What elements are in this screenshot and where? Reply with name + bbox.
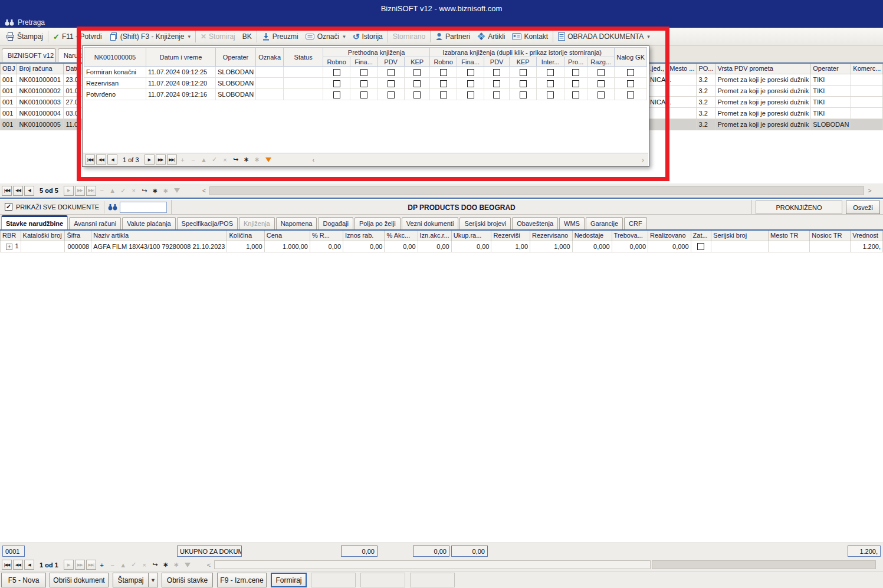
table-row[interactable]: Formiran konačni 11.07.2024 09:12:25 SLO…	[84, 67, 647, 78]
table-row[interactable]: Rezervisan 11.07.2024 09:12:20 SLOBODAN	[84, 78, 647, 89]
hscroll-left-icon[interactable]: <	[205, 561, 213, 569]
checkbox[interactable]	[413, 80, 421, 87]
nav-delete-icon[interactable]: −	[97, 187, 107, 194]
column-header[interactable]: Komerc...	[851, 63, 883, 74]
column-header[interactable]: Šifra	[65, 230, 91, 241]
checkbox[interactable]	[440, 69, 447, 76]
delete-items-button[interactable]: Obriši stavke	[162, 573, 213, 587]
checkbox[interactable]	[627, 69, 634, 76]
nav-edit-icon[interactable]: ▲	[199, 156, 209, 163]
horizontal-scrollbar-thumb[interactable]	[214, 560, 651, 569]
checkbox[interactable]	[333, 80, 340, 87]
tab-avansni-racuni[interactable]: Avansni računi	[69, 217, 121, 229]
horizontal-scrollbar[interactable]	[209, 186, 864, 195]
checkbox[interactable]	[572, 80, 579, 87]
articles-button[interactable]: Artikli	[474, 29, 508, 44]
checkbox[interactable]	[572, 69, 579, 76]
change-prices-button[interactable]: F9 - Izm.cene	[217, 573, 267, 587]
tab-obavestenja[interactable]: Obaveštenja	[512, 217, 558, 229]
column-header[interactable]: Vrednost	[851, 230, 883, 241]
col-operator[interactable]: Operater	[216, 48, 256, 67]
hscroll-right-icon[interactable]: ›	[639, 156, 646, 163]
column-header[interactable]: Mesto ...	[668, 63, 697, 74]
nav-next-page-button[interactable]: ▶▶	[75, 186, 85, 196]
nav-delete-icon[interactable]: −	[189, 156, 198, 163]
hscroll-left-icon[interactable]: <	[200, 187, 208, 194]
col-kep[interactable]: KEP	[510, 57, 537, 67]
checkbox[interactable]	[627, 80, 634, 87]
menu-pretraga[interactable]: Pretraga	[18, 18, 45, 27]
nav-prev-page-button[interactable]: ◀◀	[13, 560, 23, 570]
refresh-button[interactable]: Osveži	[846, 201, 880, 214]
reversed-button[interactable]: Stornirano	[389, 29, 429, 44]
checkbox[interactable]	[360, 80, 367, 87]
nav-post-icon[interactable]: ✓	[129, 561, 139, 569]
col-inter[interactable]: Inter...	[537, 57, 564, 67]
nav-next-page-button[interactable]: ▶▶	[75, 560, 85, 570]
table-row[interactable]: 001NK00100000403.0	[1, 107, 90, 119]
hscroll-right-icon[interactable]: >	[865, 187, 874, 194]
col-nalog-gk[interactable]: Nalog GK	[615, 48, 647, 67]
checkbox[interactable]	[467, 91, 474, 98]
col-pro[interactable]: Pro...	[564, 57, 587, 67]
col-fina[interactable]: Fina...	[350, 57, 378, 67]
checkbox[interactable]	[493, 69, 500, 76]
contact-button[interactable]: Kontakt	[508, 29, 552, 44]
checkbox[interactable]	[493, 91, 500, 98]
confirm-button[interactable]: ✓ F11 - Potvrdi	[50, 29, 106, 44]
column-header[interactable]: Naziv artikla	[91, 230, 227, 241]
item-row[interactable]: +1 000008 AGFA FILM 18X43/100 79280008 2…	[1, 241, 883, 252]
posting-button[interactable]: (Shift) F3 - Knjiženje ▾	[106, 29, 194, 44]
nav-refresh-icon[interactable]: ↪	[150, 561, 160, 569]
col-datetime[interactable]: Datum i vreme	[146, 48, 216, 67]
print-dropdown-button[interactable]: ▼	[149, 573, 158, 587]
filter-icon[interactable]	[174, 188, 180, 193]
expand-row-icon[interactable]: +	[6, 244, 12, 250]
nav-refresh-icon[interactable]: ↪	[140, 187, 149, 195]
checkbox[interactable]	[547, 80, 554, 87]
bk-button[interactable]: BK	[239, 29, 255, 44]
partners-button[interactable]: Partneri	[432, 29, 474, 44]
nav-next-page-button[interactable]: ▶▶	[156, 155, 166, 165]
tab-garancije[interactable]: Garancije	[586, 217, 623, 229]
search-input[interactable]	[120, 202, 167, 213]
col-kep[interactable]: KEP	[405, 57, 430, 67]
nav-delete-icon[interactable]: −	[108, 561, 117, 569]
column-header[interactable]: Iznos rab.	[343, 230, 385, 241]
nav-last-button[interactable]: ▶▶|	[86, 560, 96, 570]
checkbox[interactable]	[467, 69, 474, 76]
checkbox[interactable]	[388, 91, 395, 98]
nav-prev-button[interactable]: ◀	[107, 155, 117, 165]
filter-icon[interactable]	[185, 563, 191, 567]
column-header[interactable]: Nedostaje	[572, 230, 612, 241]
nav-append-icon[interactable]: +	[97, 561, 107, 569]
table-row[interactable]: NICA.3.2Promet za koji je poreski dužnik…	[648, 96, 883, 107]
col-pdv[interactable]: PDV	[484, 57, 510, 67]
col-robno[interactable]: Robno	[430, 57, 457, 67]
column-header[interactable]: OBJ	[1, 63, 17, 74]
tab-specifikacija-pos[interactable]: Specifikacija/POS	[177, 217, 238, 229]
new-document-button[interactable]: F5 - Nova	[1, 573, 46, 587]
column-header[interactable]: Ukup.ra...	[451, 230, 491, 241]
column-header[interactable]: Cena	[264, 230, 310, 241]
print-document-button[interactable]: Štampaj	[113, 573, 149, 587]
nav-first-button[interactable]: |◀◀	[2, 186, 12, 196]
checkbox[interactable]	[627, 91, 634, 98]
nav-append-icon[interactable]: +	[178, 156, 188, 163]
nav-prev-button[interactable]: ◀	[24, 186, 34, 196]
nav-first-button[interactable]: |◀◀	[85, 155, 95, 165]
checkbox[interactable]	[520, 91, 527, 98]
column-header[interactable]: Nosioc TR	[810, 230, 851, 241]
nav-post-icon[interactable]: ✓	[119, 187, 128, 195]
filter-icon[interactable]	[265, 157, 271, 162]
tab-dogadjaji[interactable]: Događaji	[318, 217, 353, 229]
nav-bookmark-icon[interactable]: ∗	[242, 156, 251, 163]
nav-cancel-icon[interactable]: ×	[129, 187, 139, 194]
column-header[interactable]: Rezervisano	[530, 230, 573, 241]
col-pdv[interactable]: PDV	[378, 57, 405, 67]
nav-first-button[interactable]: |◀◀	[2, 560, 12, 570]
checkbox[interactable]	[413, 69, 421, 76]
col-fina[interactable]: Fina...	[457, 57, 484, 67]
nav-last-button[interactable]: ▶▶|	[167, 155, 177, 165]
tab-vezni-dokumenti[interactable]: Vezni dokumenti	[402, 217, 459, 229]
